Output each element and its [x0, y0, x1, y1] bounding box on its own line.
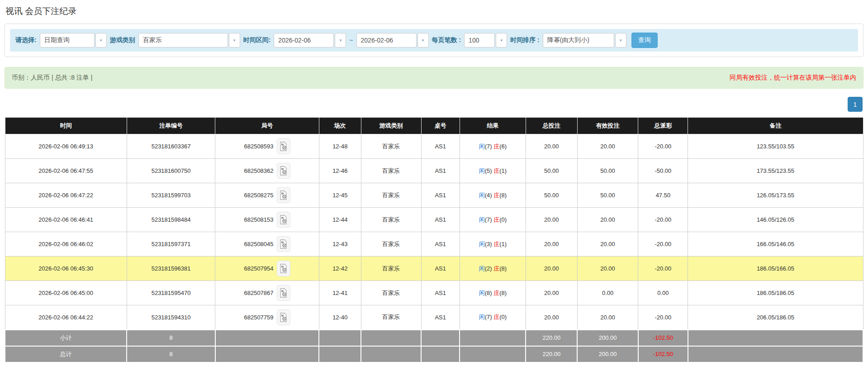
valid-bet-notice: 同局有效投注，统一计算在该局第一张注单内 — [730, 74, 856, 82]
cell-table-no: AS1 — [421, 257, 460, 281]
cell-table-no: AS1 — [421, 208, 460, 232]
cell-remark: 126.05/173.55 — [688, 183, 863, 208]
column-header-game-type: 游戏类别 — [361, 118, 421, 134]
cell-valid-bet: 0.00 — [577, 281, 638, 305]
film-icon — [279, 190, 288, 200]
video-replay-button[interactable] — [277, 236, 290, 252]
date-to-select[interactable]: 2026-02-06 ▼ — [356, 33, 429, 48]
cell-payout: -20.00 — [638, 208, 688, 232]
game-type-select[interactable]: 百家乐 ▼ — [138, 33, 240, 48]
currency-total-text: 币别：人民币 | 总共 :8 注单 | — [12, 74, 92, 82]
result-banker-score: (1) — [499, 241, 507, 247]
result-player-label: 闲 — [479, 167, 485, 174]
summary-valid-bet: 200.00 — [577, 330, 638, 346]
table-row[interactable]: 2026-02-06 06:47:22 523181599703 6825082… — [5, 183, 863, 208]
result-player-label: 闲 — [479, 265, 485, 272]
cell-order-no: 523181595470 — [127, 281, 215, 305]
round-number: 682507759 — [244, 314, 273, 321]
page-1-button[interactable]: 1 — [848, 97, 863, 112]
video-replay-button[interactable] — [277, 309, 290, 325]
film-icon — [279, 142, 288, 151]
cell-round-no: 682507759 — [215, 305, 319, 330]
cell-time: 2026-02-06 06:46:02 — [5, 232, 127, 257]
result-banker-label: 庄 — [493, 314, 499, 320]
result-player-label: 闲 — [479, 241, 485, 247]
result-banker-score: (6) — [499, 143, 507, 150]
page-title: 视讯 会员下注纪录 — [5, 5, 863, 17]
chevron-down-icon[interactable]: ▼ — [496, 33, 507, 48]
chevron-down-icon[interactable]: ▼ — [417, 33, 429, 48]
result-banker-label: 庄 — [493, 241, 499, 247]
cell-remark: 123.55/103.55 — [688, 134, 863, 159]
info-bar: 币别：人民币 | 总共 :8 注单 | 同局有效投注，统一计算在该局第一张注单内 — [5, 67, 863, 89]
result-banker-score: (0) — [499, 314, 507, 320]
cell-round-no: 682507867 — [215, 281, 319, 305]
column-header-session: 场次 — [319, 118, 361, 134]
cell-total-bet: 20.00 — [526, 232, 577, 257]
page-size-value: 100 — [464, 33, 495, 48]
chevron-down-icon[interactable]: ▼ — [95, 33, 107, 48]
summary-count: 8 — [127, 346, 215, 362]
summary-row: 小计 8 220.00 200.00 -102.50 — [5, 330, 863, 346]
cell-total-bet: 20.00 — [526, 257, 577, 281]
cell-valid-bet: 20.00 — [577, 232, 638, 257]
chevron-down-icon[interactable]: ▼ — [615, 33, 626, 48]
table-row[interactable]: 2026-02-06 06:46:41 523181598484 6825081… — [5, 208, 863, 232]
cell-total-bet: 20.00 — [526, 305, 577, 330]
result-banker-label: 庄 — [493, 265, 499, 272]
cell-order-no: 523181599703 — [127, 183, 215, 208]
cell-valid-bet: 20.00 — [577, 208, 638, 232]
cell-time: 2026-02-06 06:46:41 — [5, 208, 127, 232]
round-number: 682508153 — [244, 216, 273, 223]
table-row[interactable]: 2026-02-06 06:46:02 523181597371 6825080… — [5, 232, 863, 257]
cell-result: 闲(2) 庄(8) — [460, 257, 526, 281]
date-from-select[interactable]: 2026-02-06 ▼ — [274, 33, 346, 48]
video-replay-button[interactable] — [277, 212, 290, 228]
sort-select[interactable]: 降幂(由大到小) ▼ — [543, 33, 626, 48]
chevron-down-icon[interactable]: ▼ — [229, 33, 240, 48]
column-header-order-no: 注单编号 — [127, 118, 215, 134]
cell-session: 12-48 — [319, 134, 361, 159]
chevron-down-icon[interactable]: ▼ — [335, 33, 346, 48]
cell-payout: 0.00 — [638, 281, 688, 305]
video-replay-button[interactable] — [277, 261, 290, 276]
result-player-score: (7) — [485, 216, 492, 223]
cell-remark: 186.05/186.05 — [688, 281, 863, 305]
result-player-score: (7) — [485, 314, 492, 320]
video-replay-button[interactable] — [277, 285, 290, 301]
query-type-select[interactable]: 日期查询 ▼ — [40, 33, 107, 48]
table-row[interactable]: 2026-02-06 06:45:00 523181595470 6825078… — [5, 281, 863, 305]
table-row[interactable]: 2026-02-06 06:44:22 523181594310 6825077… — [5, 305, 863, 330]
summary-label: 小计 — [5, 330, 127, 346]
table-row[interactable]: 2026-02-06 06:45:30 523181596381 6825079… — [5, 257, 863, 281]
page-size-label: 每页笔数 : — [432, 36, 461, 44]
column-header-valid-bet: 有效投注 — [577, 118, 638, 134]
cell-order-no: 523181600750 — [127, 159, 215, 183]
page-size-select[interactable]: 100 ▼ — [464, 33, 507, 48]
result-player-label: 闲 — [479, 192, 485, 199]
search-button[interactable]: 查询 — [631, 33, 658, 48]
cell-time: 2026-02-06 06:44:22 — [5, 305, 127, 330]
result-banker-score: (8) — [499, 192, 507, 199]
cell-payout: -20.00 — [638, 257, 688, 281]
cell-session: 12-40 — [319, 305, 361, 330]
cell-game-type: 百家乐 — [361, 208, 421, 232]
cell-order-no: 523181598484 — [127, 208, 215, 232]
video-replay-button[interactable] — [277, 163, 290, 179]
cell-payout: -20.00 — [638, 134, 688, 159]
result-player-label: 闲 — [479, 290, 485, 296]
cell-session: 12-43 — [319, 232, 361, 257]
video-replay-button[interactable] — [277, 138, 290, 154]
pagination: 1 — [5, 97, 863, 112]
result-player-score: (3) — [485, 241, 492, 247]
cell-game-type: 百家乐 — [361, 134, 421, 159]
cell-payout: -50.00 — [638, 159, 688, 183]
cell-payout: -20.00 — [638, 232, 688, 257]
result-banker-score: (8) — [499, 265, 507, 272]
video-replay-button[interactable] — [277, 187, 290, 203]
cell-total-bet: 50.00 — [526, 183, 577, 208]
table-row[interactable]: 2026-02-06 06:47:55 523181600750 6825083… — [5, 159, 863, 183]
cell-valid-bet: 20.00 — [577, 305, 638, 330]
film-icon — [279, 313, 288, 322]
table-row[interactable]: 2026-02-06 06:49:13 523181603367 6825085… — [5, 134, 863, 159]
